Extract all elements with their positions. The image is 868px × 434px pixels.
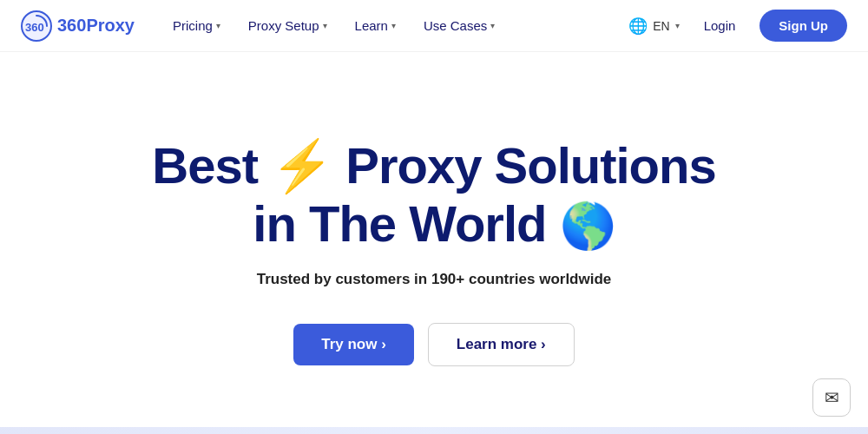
chevron-down-icon: ▾ [391, 21, 396, 30]
logo[interactable]: 360 360Proxy [21, 10, 135, 42]
hero-subtitle: Trusted by customers in 190+ countries w… [257, 271, 612, 288]
language-selector[interactable]: 🌐 EN ▾ [628, 16, 679, 36]
nav-menu: Pricing ▾ Proxy Setup ▾ Learn ▾ Use Case… [162, 11, 505, 40]
nav-item-learn[interactable]: Learn ▾ [345, 11, 406, 40]
bolt-icon: ⚡ [271, 137, 345, 194]
navbar-left: 360 360Proxy Pricing ▾ Proxy Setup ▾ Lea… [21, 10, 505, 42]
hero-buttons: Try now › Learn more › [293, 323, 575, 366]
svg-text:360: 360 [25, 21, 44, 34]
navbar-right: 🌐 EN ▾ Login Sign Up [628, 10, 847, 42]
bottom-strip [0, 427, 868, 434]
hero-title: Best ⚡ Proxy Solutions in The World 🌎 [152, 137, 715, 253]
logo-text: 360Proxy [57, 16, 135, 36]
chevron-down-icon: ▾ [490, 21, 495, 30]
mail-icon: ✉ [825, 387, 839, 408]
nav-item-use-cases[interactable]: Use Cases ▾ [413, 11, 505, 40]
hero-section: Best ⚡ Proxy Solutions in The World 🌎 Tr… [0, 52, 868, 434]
globe-emoji-icon: 🌎 [560, 201, 615, 251]
chevron-down-icon: ▾ [216, 21, 220, 30]
try-now-button[interactable]: Try now › [293, 324, 414, 365]
learn-more-button[interactable]: Learn more › [428, 323, 575, 366]
chevron-down-icon: ▾ [323, 21, 327, 30]
nav-item-pricing[interactable]: Pricing ▾ [162, 11, 231, 40]
logo-icon: 360 [21, 10, 52, 42]
navbar: 360 360Proxy Pricing ▾ Proxy Setup ▾ Lea… [0, 0, 868, 52]
chat-button[interactable]: ✉ [812, 378, 851, 417]
login-button[interactable]: Login [694, 11, 746, 40]
nav-item-proxy-setup[interactable]: Proxy Setup ▾ [238, 11, 338, 40]
signup-button[interactable]: Sign Up [760, 10, 847, 42]
chevron-down-icon: ▾ [675, 21, 680, 30]
globe-icon: 🌐 [628, 16, 648, 36]
